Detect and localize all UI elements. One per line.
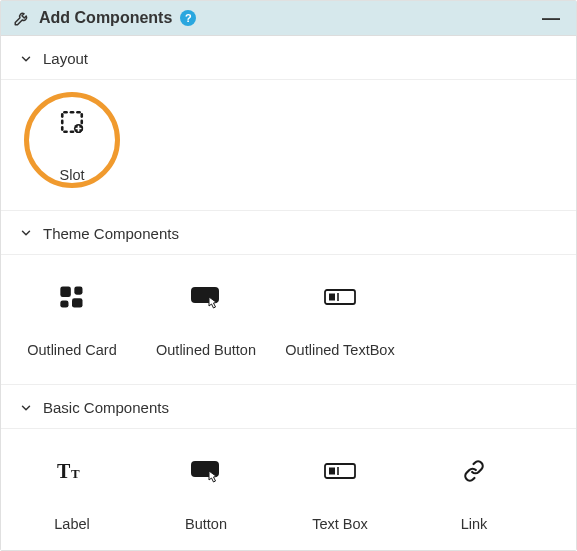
component-tile-slot[interactable]: Slot — [5, 88, 139, 194]
button-icon — [190, 281, 222, 313]
minimize-button[interactable]: — — [538, 9, 564, 27]
slot-icon — [59, 106, 85, 138]
chevron-down-icon — [19, 52, 33, 66]
component-tile-outlined-card[interactable]: Outlined Card — [5, 263, 139, 369]
component-tile-outlined-button[interactable]: Outlined Button — [139, 263, 273, 369]
svg-rect-2 — [74, 286, 82, 294]
add-components-panel: Add Components ? — Layout — [0, 0, 577, 551]
section-basic: Basic Components T T Label — [1, 384, 576, 550]
svg-rect-4 — [72, 298, 83, 307]
svg-rect-3 — [60, 300, 68, 307]
svg-rect-7 — [329, 293, 335, 300]
label-icon: T T — [57, 455, 87, 487]
section-title: Basic Components — [43, 399, 169, 416]
button-icon — [190, 455, 222, 487]
svg-text:T: T — [57, 460, 71, 482]
components-scroll-area[interactable]: Layout Slot — [1, 36, 576, 550]
tile-label: Outlined TextBox — [285, 341, 394, 361]
section-title: Layout — [43, 50, 88, 67]
section-layout: Layout Slot — [1, 36, 576, 210]
svg-text:T: T — [71, 466, 80, 481]
tile-label: Outlined Button — [156, 341, 256, 361]
tile-label: Label — [54, 515, 89, 535]
svg-rect-1 — [60, 286, 71, 297]
svg-rect-11 — [191, 461, 219, 477]
section-header-theme[interactable]: Theme Components — [1, 210, 576, 254]
section-theme: Theme Components Outlined Card — [1, 210, 576, 385]
tile-label: Slot — [60, 166, 85, 186]
component-tile-text-box[interactable]: Text Box — [273, 437, 407, 543]
help-icon[interactable]: ? — [180, 10, 196, 26]
component-tile-button[interactable]: Button — [139, 437, 273, 543]
tile-label: Link — [461, 515, 488, 535]
component-tile-link[interactable]: Link — [407, 437, 541, 543]
chevron-down-icon — [19, 226, 33, 240]
svg-rect-13 — [329, 468, 335, 475]
section-body-theme: Outlined Card Outlined Button — [1, 254, 576, 385]
link-icon — [460, 455, 488, 487]
section-title: Theme Components — [43, 225, 179, 242]
section-body-basic: T T Label Button — [1, 428, 576, 550]
section-header-basic[interactable]: Basic Components — [1, 384, 576, 428]
textbox-icon — [324, 281, 356, 313]
section-header-layout[interactable]: Layout — [1, 36, 576, 79]
tile-label: Outlined Card — [27, 341, 116, 361]
panel-title: Add Components — [39, 9, 172, 27]
chevron-down-icon — [19, 401, 33, 415]
textbox-icon — [324, 455, 356, 487]
wrench-icon — [13, 9, 31, 27]
tile-label: Button — [185, 515, 227, 535]
component-tile-label[interactable]: T T Label — [5, 437, 139, 543]
svg-rect-5 — [191, 287, 219, 303]
section-body-layout: Slot — [1, 79, 576, 210]
tile-label: Text Box — [312, 515, 368, 535]
card-icon — [58, 281, 86, 313]
panel-header: Add Components ? — — [1, 1, 576, 36]
component-tile-outlined-textbox[interactable]: Outlined TextBox — [273, 263, 407, 369]
